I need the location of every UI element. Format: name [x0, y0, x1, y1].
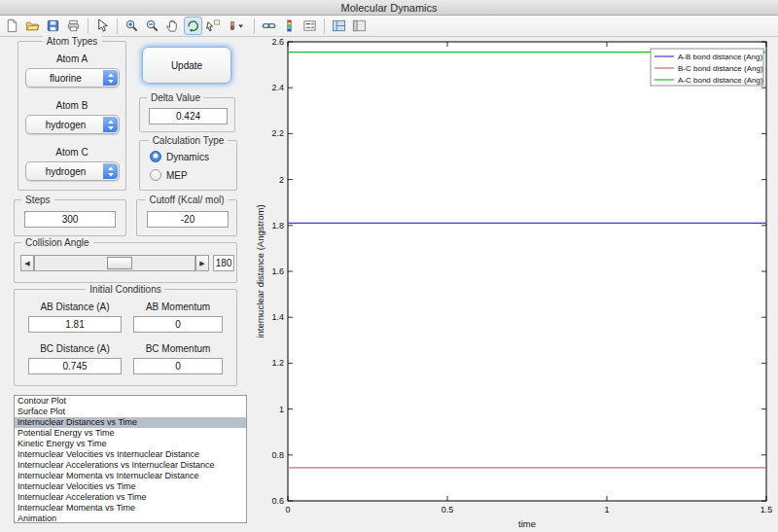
collision-angle-input[interactable]	[213, 255, 234, 271]
edit-plot-icon[interactable]	[93, 17, 112, 35]
titlebar[interactable]: Molecular Dynamics	[0, 0, 778, 16]
atom-b-value: hydrogen	[30, 116, 101, 133]
y-tick-label: 1.6	[271, 266, 284, 276]
y-tick-label: 0.6	[271, 496, 284, 506]
atom-c-label: Atom C	[18, 147, 125, 158]
y-tick-label: 1.4	[271, 312, 284, 322]
cutoff-input[interactable]	[147, 211, 229, 228]
collision-slider-thumb[interactable]	[107, 257, 132, 269]
rotate-3d-icon[interactable]	[184, 17, 202, 35]
initial-conditions-title: Initial Conditions	[86, 283, 164, 296]
toolbar-separator	[324, 18, 325, 34]
atom-b-label: Atom B	[18, 100, 125, 111]
cutoff-panel: Cutoff (Kcal/ mol)	[136, 199, 237, 236]
plottools-show-icon[interactable]	[330, 17, 348, 35]
radio-mep[interactable]: MEP	[150, 169, 188, 181]
atom-b-select[interactable]: hydrogen	[25, 115, 120, 134]
radio-mep-circle-icon	[150, 169, 161, 181]
toolbar-separator	[88, 18, 88, 34]
legend-entry: A-B bond distance (Ang)	[678, 53, 762, 61]
ab-distance-input[interactable]	[28, 316, 122, 333]
insert-legend-icon[interactable]	[301, 17, 319, 35]
slider-left-arrow-button[interactable]: ◀	[20, 255, 34, 271]
list-item[interactable]: Potential Energy vs Time	[15, 428, 246, 439]
delta-value-title: Delta Value	[147, 91, 204, 104]
delta-value-panel: Delta Value	[139, 97, 235, 132]
app-window: Molecular Dynamics Atom Types Atom A	[0, 0, 778, 532]
x-axis-label: time	[518, 518, 536, 529]
insert-colorbar-icon[interactable]	[280, 17, 299, 35]
brush-icon[interactable]	[225, 17, 249, 35]
steps-title: Steps	[21, 194, 54, 206]
window-title: Molecular Dynamics	[340, 2, 437, 14]
initial-conditions-panel: Initial Conditions AB Distance (A) AB Mo…	[14, 289, 237, 386]
list-item[interactable]: Animation	[15, 514, 246, 523]
radio-mep-label: MEP	[166, 170, 188, 181]
popup-stepper-icon	[103, 163, 118, 179]
radio-dynamics-label: Dynamics	[166, 152, 209, 162]
print-icon[interactable]	[64, 17, 83, 35]
save-icon[interactable]	[44, 17, 62, 35]
bc-momentum-label: BC Momentum	[133, 343, 223, 354]
radio-dynamics[interactable]: Dynamics	[150, 151, 209, 162]
toolbar-separator	[254, 18, 255, 34]
ab-momentum-label: AB Momentum	[133, 301, 223, 312]
plot-type-listbox[interactable]: Contour PlotSurface PlotInternuclear Dis…	[14, 395, 247, 523]
popup-stepper-icon	[103, 70, 118, 86]
x-tick-label: 0.5	[442, 505, 454, 514]
y-tick-label: 2.6	[271, 37, 284, 47]
y-tick-label: 2	[279, 175, 284, 185]
plottools-hide-icon[interactable]	[350, 17, 369, 35]
zoom-in-icon[interactable]	[123, 17, 141, 35]
plot-canvas[interactable]: 0.60.811.21.41.61.822.22.42.600.511.5tim…	[248, 37, 778, 532]
atom-types-panel: Atom Types Atom A fluorine Atom B hydrog…	[18, 41, 126, 191]
steps-input[interactable]	[24, 211, 116, 228]
list-item[interactable]: Surface Plot	[15, 407, 246, 417]
bc-distance-input[interactable]	[28, 358, 122, 374]
list-item[interactable]: Internuclear Momenta vs Internuclear Dis…	[15, 471, 246, 481]
y-tick-label: 2.2	[271, 128, 284, 138]
list-item[interactable]: Kinetic Energy vs Time	[15, 439, 246, 449]
y-axis-label: internuclear distance (Angstrom)	[255, 204, 265, 337]
atom-c-select[interactable]: hydrogen	[25, 161, 120, 181]
data-cursor-icon[interactable]	[204, 17, 223, 35]
plot-pane: 0.60.811.21.41.61.822.22.42.600.511.5tim…	[248, 37, 778, 532]
toolbar-separator	[117, 18, 118, 34]
collision-slider-track[interactable]	[34, 255, 195, 271]
legend-entry: B-C bond distance (Ang)	[678, 64, 763, 73]
new-icon[interactable]	[3, 17, 21, 35]
bc-momentum-input[interactable]	[133, 358, 223, 374]
pan-icon[interactable]	[163, 17, 182, 35]
atom-a-select[interactable]: fluorine	[25, 68, 120, 88]
zoom-out-icon[interactable]	[143, 17, 161, 35]
collision-angle-panel: Collision Angle ◀ ▶	[14, 242, 237, 283]
calculation-type-title: Calculation Type	[149, 134, 229, 147]
update-button[interactable]: Update	[142, 47, 231, 84]
atom-c-value: hydrogen	[30, 162, 101, 180]
popup-stepper-icon	[103, 117, 118, 132]
atom-a-label: Atom A	[18, 53, 125, 64]
controls-panel: Atom Types Atom A fluorine Atom B hydrog…	[10, 37, 248, 532]
slider-right-arrow-button[interactable]: ▶	[195, 255, 209, 271]
list-item[interactable]: Internuclear Velocities vs Internuclear …	[15, 449, 246, 460]
list-item[interactable]: Internuclear Momenta vs Time	[15, 503, 246, 514]
legend-entry: A-C bond distance (Ang)	[678, 76, 763, 85]
radio-dynamics-circle-icon	[150, 151, 161, 162]
ab-distance-label: AB Distance (A)	[28, 301, 122, 312]
open-icon[interactable]	[23, 17, 42, 35]
list-item[interactable]: Contour Plot	[15, 396, 246, 407]
list-item[interactable]: Internuclear Acceleration vs Time	[15, 492, 246, 503]
calculation-type-panel: Calculation Type Dynamics MEP	[139, 140, 237, 191]
x-tick-label: 0	[285, 505, 290, 514]
collision-angle-title: Collision Angle	[21, 236, 93, 249]
link-plots-icon[interactable]	[260, 17, 278, 35]
list-item[interactable]: Internuclear Distances vs Time	[15, 417, 246, 428]
x-tick-label: 1.5	[760, 505, 773, 514]
delta-value-input[interactable]	[149, 108, 228, 124]
steps-panel: Steps	[14, 199, 126, 236]
list-item[interactable]: Internuclear Accelerations vs Internucle…	[15, 460, 246, 471]
ab-momentum-input[interactable]	[133, 316, 223, 333]
list-item[interactable]: Internuclear Velocities vs Time	[15, 481, 246, 492]
atom-a-value: fluorine	[30, 69, 101, 87]
y-tick-label: 1.8	[271, 221, 284, 231]
